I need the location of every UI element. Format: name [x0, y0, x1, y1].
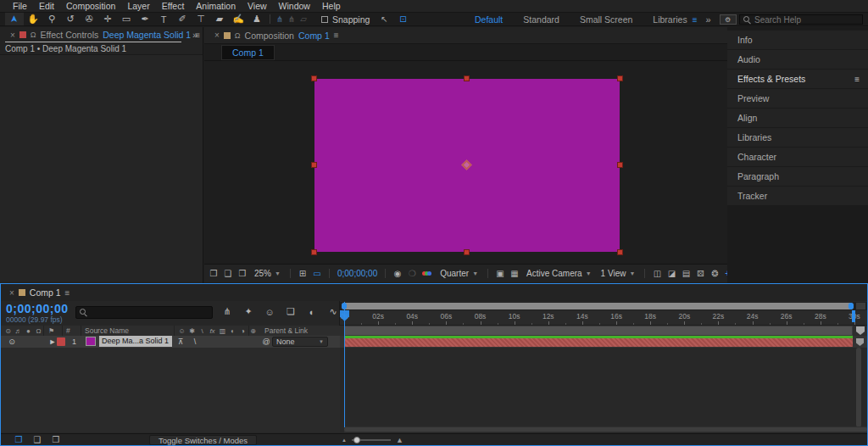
work-area-bar[interactable]: [344, 326, 853, 336]
frame-blend-switch-icon[interactable]: ▥: [219, 327, 226, 335]
selection-handle[interactable]: [617, 249, 623, 255]
selection-handle[interactable]: [464, 249, 470, 255]
motion-blur-icon[interactable]: ◐: [306, 307, 318, 317]
selection-handle[interactable]: [617, 75, 623, 81]
parent-pickwhip-icon[interactable]: @: [260, 337, 272, 346]
layer-duration-bar[interactable]: [344, 338, 853, 347]
panel-menu-icon[interactable]: ≡: [854, 75, 860, 84]
snapping-checkbox[interactable]: [321, 16, 328, 23]
help-search-input[interactable]: [754, 15, 859, 25]
zoom-tool-button[interactable]: ⚲: [42, 13, 61, 25]
workspace-overflow-chevron[interactable]: »: [705, 14, 710, 25]
viewer-tab-comp1[interactable]: Comp 1: [221, 45, 275, 60]
timeline-search-box[interactable]: [75, 306, 213, 319]
workspace-default[interactable]: Default: [465, 14, 513, 25]
inactive-tool-1-icon[interactable]: ⋔: [274, 14, 286, 24]
current-time-display[interactable]: 0;00;00;00: [336, 269, 379, 278]
scrollbar-thumb[interactable]: [344, 427, 867, 432]
expand-inout-panes-icon[interactable]: ❒: [50, 435, 62, 444]
show-channel-icon[interactable]: [420, 271, 434, 276]
brush-tool-button[interactable]: ✐: [173, 13, 192, 25]
lock-icon[interactable]: Ω: [235, 31, 241, 40]
transparency-grid-icon[interactable]: ▦: [509, 269, 520, 278]
selection-handle[interactable]: [311, 249, 317, 255]
camera-view-dropdown[interactable]: Active Camera▼: [523, 268, 595, 279]
video-eye-icon[interactable]: ⊙: [4, 327, 12, 335]
inactive-tool-2-icon[interactable]: ⋔: [286, 14, 298, 24]
pen-tool-button[interactable]: ✒: [136, 13, 154, 25]
sidebar-panel-info[interactable]: Info: [727, 31, 868, 49]
workspace-libraries[interactable]: Libraries: [643, 14, 697, 25]
time-navigator-bar[interactable]: [342, 303, 854, 309]
puppet-pin-tool-button[interactable]: ♟: [248, 13, 266, 25]
current-time-display[interactable]: 0;00;00;00: [6, 302, 69, 315]
layer-solid-color-chip[interactable]: [86, 337, 96, 346]
layer-quality-sampling-icon[interactable]: ⊼: [175, 337, 186, 346]
timeline-tab[interactable]: × Comp 1 ≡: [1, 284, 867, 301]
workspace-small-screen[interactable]: Small Screen: [570, 14, 643, 25]
layer-visibility-eye-icon[interactable]: ⊙: [6, 337, 18, 346]
type-tool-button[interactable]: T: [154, 13, 173, 25]
selection-handle[interactable]: [464, 75, 470, 81]
eraser-tool-button[interactable]: ▰: [210, 13, 229, 25]
label-column-header[interactable]: ⚑: [43, 326, 62, 336]
menu-view[interactable]: View: [242, 0, 273, 12]
lock-icon[interactable]: Ω: [31, 31, 36, 39]
sidebar-panel-audio[interactable]: Audio: [727, 50, 868, 69]
effect-controls-tab[interactable]: × Ω Effect Controls Deep Magenta Solid 1…: [0, 27, 203, 42]
graph-editor-icon[interactable]: ∿: [327, 306, 339, 317]
adjustment-switch-icon[interactable]: ◑: [239, 327, 247, 335]
grid-guide-options-icon[interactable]: ⊞: [297, 269, 309, 278]
time-navigator[interactable]: [340, 302, 867, 310]
comp-flowchart-icon[interactable]: ⚄: [694, 269, 706, 278]
layer-name[interactable]: Deep Ma...a Solid 1: [99, 336, 172, 347]
layer-row[interactable]: ⊙ ► 1 Deep Ma...a Solid 1 ⊼ \ @ None▼: [1, 336, 340, 348]
quality-switch-icon[interactable]: \: [198, 327, 206, 335]
composition-tab[interactable]: × Ω Composition Comp 1 ≡: [204, 27, 727, 44]
zoom-out-icon[interactable]: ▲: [342, 438, 347, 443]
sidebar-panel-preview[interactable]: Preview: [727, 89, 868, 108]
help-search-box[interactable]: [739, 14, 863, 25]
viewer-lock-icon[interactable]: ❒: [236, 269, 248, 278]
zoom-slider-track[interactable]: [352, 439, 391, 441]
hand-tool-button[interactable]: ✋: [24, 13, 42, 25]
menu-edit[interactable]: Edit: [33, 0, 60, 12]
source-name-header[interactable]: Source Name: [81, 326, 174, 336]
expand-layer-switches-pane-icon[interactable]: ❐: [13, 435, 25, 444]
shy-switch-icon[interactable]: ☺: [178, 327, 186, 335]
toggle-switches-modes-button[interactable]: Toggle Switches / Modes: [149, 435, 257, 445]
sidebar-panel-character[interactable]: Character: [727, 148, 868, 166]
magnification-dropdown[interactable]: 25%▼: [251, 268, 284, 279]
close-icon[interactable]: ×: [10, 31, 15, 40]
roto-brush-tool-button[interactable]: ✍: [229, 13, 248, 25]
rectangle-tool-button[interactable]: ▭: [117, 13, 136, 25]
draft-3d-icon[interactable]: ✦: [242, 306, 254, 317]
view-layout-dropdown[interactable]: 1 View▼: [598, 268, 639, 279]
sidebar-panel-align[interactable]: Align: [727, 109, 868, 127]
close-icon[interactable]: ×: [9, 288, 14, 298]
menu-composition[interactable]: Composition: [60, 0, 121, 12]
time-ruler[interactable]: 0s02s04s06s08s10s12s14s16s18s20s22s24s26…: [340, 310, 867, 326]
comp-mini-flowchart-icon[interactable]: ⋔: [221, 306, 233, 317]
hide-shy-layers-icon[interactable]: ☺: [264, 307, 275, 317]
resolution-dropdown[interactable]: Quarter▼: [437, 268, 481, 279]
navigator-gutter-button[interactable]: [856, 303, 865, 309]
layer-quality-icon[interactable]: \: [189, 337, 201, 346]
layer-number-header[interactable]: #: [62, 326, 81, 336]
pixel-aspect-correction-icon[interactable]: ◫: [651, 269, 663, 278]
panel-menu-icon[interactable]: ≡: [334, 31, 339, 40]
selection-tool-button[interactable]: ➤: [5, 13, 24, 25]
expand-transfer-controls-pane-icon[interactable]: ❑: [31, 435, 43, 444]
clone-stamp-tool-button[interactable]: ⊤: [192, 13, 210, 25]
zoom-in-icon[interactable]: ▲: [396, 436, 403, 444]
fast-previews-icon[interactable]: ◪: [665, 269, 677, 278]
pan-behind-tool-button[interactable]: ✛: [98, 13, 117, 25]
comp-marker-bin-icon[interactable]: [856, 326, 865, 335]
lock-icon[interactable]: Ω: [35, 327, 42, 335]
anchor-point[interactable]: [461, 159, 472, 170]
timeline-button-icon[interactable]: ▤: [680, 269, 692, 278]
selection-handle[interactable]: [311, 162, 317, 168]
timeline-search-input[interactable]: [90, 308, 209, 317]
motion-blur-switch-icon[interactable]: ◐: [229, 327, 236, 335]
menu-help[interactable]: Help: [316, 0, 347, 12]
